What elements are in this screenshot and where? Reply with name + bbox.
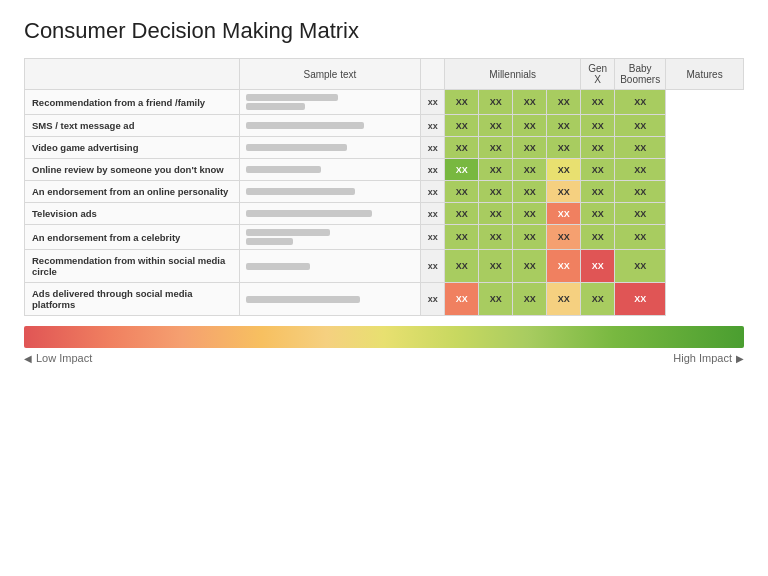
page-title: Consumer Decision Making Matrix — [24, 18, 744, 44]
millennials-cell-1: XX — [445, 115, 479, 137]
row-label: Recommendation from a friend /family — [25, 90, 240, 115]
baby-cell: XX — [615, 225, 666, 250]
millennials-cell-2: XX — [479, 115, 513, 137]
sample-bar-cell — [239, 283, 421, 316]
millennials-cell-2: XX — [479, 250, 513, 283]
table-row: Recommendation from within social media … — [25, 250, 744, 283]
table-row: Television adsxxXXXXXXXXXXXX — [25, 203, 744, 225]
row-label: Video game advertising — [25, 137, 240, 159]
sample-bar-cell — [239, 181, 421, 203]
legend-labels: Low Impact High Impact — [24, 352, 744, 364]
millennials-cell-4: XX — [547, 159, 581, 181]
table-row: An endorsement from an online personalit… — [25, 181, 744, 203]
genx-cell: XX — [581, 137, 615, 159]
low-impact-label: Low Impact — [24, 352, 92, 364]
baby-cell: XX — [615, 250, 666, 283]
genx-cell: XX — [581, 181, 615, 203]
genx-cell: XX — [581, 283, 615, 316]
baby-cell: XX — [615, 181, 666, 203]
millennials-cell-4: XX — [547, 225, 581, 250]
baby-cell: XX — [615, 90, 666, 115]
millennials-cell-4: XX — [547, 115, 581, 137]
millennials-cell-3: XX — [513, 115, 547, 137]
row-label: Recommendation from within social media … — [25, 250, 240, 283]
sample-bar-cell — [239, 159, 421, 181]
xx-value-cell: xx — [421, 115, 445, 137]
millennials-cell-1: XX — [445, 159, 479, 181]
xx-value-cell: xx — [421, 137, 445, 159]
genx-cell: XX — [581, 115, 615, 137]
millennials-cell-1: XX — [445, 250, 479, 283]
millennials-cell-1: XX — [445, 225, 479, 250]
millennials-cell-2: XX — [479, 90, 513, 115]
header-row-label — [25, 59, 240, 90]
matrix-table: Sample text Millennials Gen X Baby Boome… — [24, 58, 744, 316]
header-millennials-1: Millennials — [445, 59, 581, 90]
row-label: Ads delivered through social media platf… — [25, 283, 240, 316]
sample-bar-cell — [239, 225, 421, 250]
millennials-cell-3: XX — [513, 181, 547, 203]
millennials-cell-2: XX — [479, 203, 513, 225]
table-row: SMS / text message adxxXXXXXXXXXXXX — [25, 115, 744, 137]
genx-cell: XX — [581, 225, 615, 250]
row-label: Online review by someone you don't know — [25, 159, 240, 181]
millennials-cell-1: XX — [445, 181, 479, 203]
sample-bar-cell — [239, 137, 421, 159]
millennials-cell-2: XX — [479, 283, 513, 316]
table-row: Online review by someone you don't knowx… — [25, 159, 744, 181]
table-row: An endorsement from a celebrityxxXXXXXXX… — [25, 225, 744, 250]
xx-value-cell: xx — [421, 283, 445, 316]
legend-bar — [24, 326, 744, 348]
baby-cell: XX — [615, 203, 666, 225]
row-label: An endorsement from an online personalit… — [25, 181, 240, 203]
legend-area: Low Impact High Impact — [24, 326, 744, 364]
millennials-cell-4: XX — [547, 203, 581, 225]
sample-bar-cell — [239, 250, 421, 283]
millennials-cell-4: XX — [547, 181, 581, 203]
xx-value-cell: xx — [421, 225, 445, 250]
high-impact-label: High Impact — [673, 352, 744, 364]
sample-bar-cell — [239, 115, 421, 137]
baby-cell: XX — [615, 159, 666, 181]
table-row: Ads delivered through social media platf… — [25, 283, 744, 316]
xx-value-cell: xx — [421, 159, 445, 181]
xx-value-cell: xx — [421, 250, 445, 283]
sample-bar-cell — [239, 90, 421, 115]
millennials-cell-1: XX — [445, 203, 479, 225]
xx-value-cell: xx — [421, 203, 445, 225]
header-sample: Sample text — [239, 59, 421, 90]
millennials-cell-3: XX — [513, 90, 547, 115]
header-xx — [421, 59, 445, 90]
millennials-cell-2: XX — [479, 159, 513, 181]
genx-cell: XX — [581, 90, 615, 115]
millennials-cell-4: XX — [547, 137, 581, 159]
millennials-cell-3: XX — [513, 137, 547, 159]
header-genx: Gen X — [581, 59, 615, 90]
baby-cell: XX — [615, 137, 666, 159]
genx-cell: XX — [581, 203, 615, 225]
sample-bar-cell — [239, 203, 421, 225]
millennials-cell-4: XX — [547, 283, 581, 316]
row-label: SMS / text message ad — [25, 115, 240, 137]
millennials-cell-3: XX — [513, 203, 547, 225]
millennials-cell-4: XX — [547, 250, 581, 283]
millennials-cell-3: XX — [513, 250, 547, 283]
baby-cell: XX — [615, 115, 666, 137]
row-label: An endorsement from a celebrity — [25, 225, 240, 250]
millennials-cell-1: XX — [445, 283, 479, 316]
table-row: Video game advertisingxxXXXXXXXXXXXX — [25, 137, 744, 159]
millennials-cell-2: XX — [479, 225, 513, 250]
millennials-cell-2: XX — [479, 137, 513, 159]
header-matures: Matures — [666, 59, 744, 90]
xx-value-cell: xx — [421, 90, 445, 115]
millennials-cell-3: XX — [513, 159, 547, 181]
millennials-cell-1: XX — [445, 137, 479, 159]
genx-cell: XX — [581, 159, 615, 181]
millennials-cell-2: XX — [479, 181, 513, 203]
header-baby: Baby Boomers — [615, 59, 666, 90]
millennials-cell-4: XX — [547, 90, 581, 115]
row-label: Television ads — [25, 203, 240, 225]
xx-value-cell: xx — [421, 181, 445, 203]
matrix-wrapper: Sample text Millennials Gen X Baby Boome… — [24, 58, 744, 316]
baby-cell: XX — [615, 283, 666, 316]
